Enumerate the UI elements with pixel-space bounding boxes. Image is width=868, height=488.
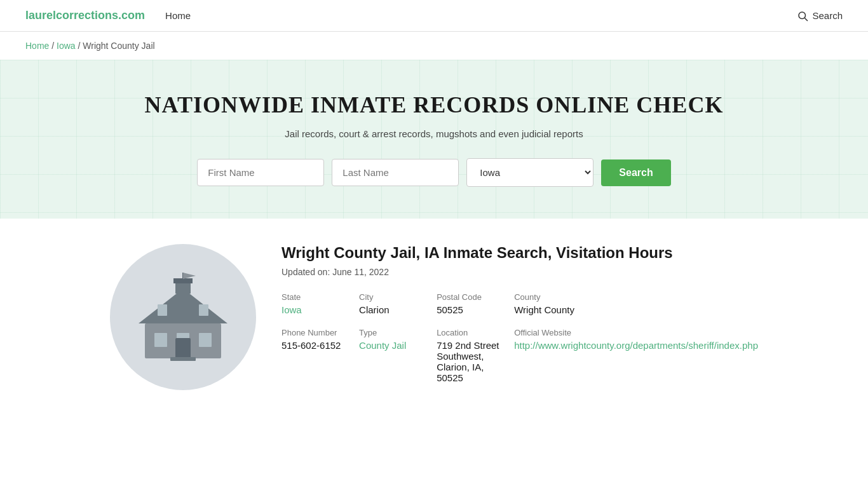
location-value: 719 2nd Street Southwest, Clarion, IA, 5… — [437, 340, 504, 383]
navbar-left: laurelcorrections.com Home — [25, 9, 191, 22]
type-value[interactable]: County Jail — [359, 340, 426, 351]
facility-type-cell: Type County Jail — [359, 328, 426, 383]
hero-subtitle: Jail records, court & arrest records, mu… — [13, 128, 855, 139]
state-label: State — [281, 292, 349, 302]
facility-city-cell: City Clarion — [359, 292, 426, 315]
facility-details-grid: State Iowa City Clarion Postal Code 5052… — [281, 292, 758, 383]
svg-rect-14 — [199, 304, 208, 316]
search-button[interactable]: Search — [797, 10, 843, 22]
breadcrumb-sep1: / — [51, 41, 57, 51]
type-label: Type — [359, 328, 426, 337]
search-form: Iowa Search — [13, 158, 855, 187]
search-submit-button[interactable]: Search — [601, 159, 670, 186]
svg-rect-8 — [154, 333, 167, 347]
breadcrumb-state[interactable]: Iowa — [57, 41, 76, 51]
search-label: Search — [812, 10, 843, 21]
hero-title: NATIONWIDE INMATE RECORDS ONLINE CHECK — [13, 92, 855, 118]
svg-marker-7 — [183, 273, 196, 279]
state-select[interactable]: Iowa — [466, 158, 593, 187]
phone-label: Phone Number — [281, 328, 349, 337]
svg-rect-12 — [170, 357, 196, 361]
postal-value: 50525 — [437, 304, 504, 315]
facility-image — [110, 244, 256, 390]
city-label: City — [359, 292, 426, 302]
phone-value: 515-602-6152 — [281, 340, 349, 351]
svg-line-1 — [805, 18, 808, 20]
website-label: Official Website — [514, 328, 758, 337]
website-anchor[interactable]: http://www.wrightcounty.org/departments/… — [514, 340, 758, 351]
facility-location-cell: Location 719 2nd Street Southwest, Clari… — [437, 328, 504, 383]
county-value: Wright County — [514, 304, 758, 315]
last-name-input[interactable] — [332, 159, 459, 186]
website-link[interactable]: http://www.wrightcounty.org/departments/… — [514, 340, 758, 351]
svg-point-0 — [799, 12, 806, 19]
navbar: laurelcorrections.com Home Search — [0, 0, 868, 32]
facility-title: Wright County Jail, IA Inmate Search, Vi… — [281, 244, 758, 262]
facility-state-cell: State Iowa — [281, 292, 349, 315]
svg-rect-4 — [175, 282, 191, 294]
svg-marker-3 — [139, 288, 227, 323]
facility-phone-cell: Phone Number 515-602-6152 — [281, 328, 349, 383]
brand-link[interactable]: laurelcorrections.com — [25, 9, 145, 22]
svg-rect-10 — [199, 333, 212, 347]
facility-updated: Updated on: June 11, 2022 — [281, 267, 758, 277]
facility-postal-cell: Postal Code 50525 — [437, 292, 504, 315]
location-label: Location — [437, 328, 504, 337]
city-value: Clarion — [359, 304, 426, 315]
facility-website-cell: Official Website http://www.wrightcounty… — [514, 328, 758, 383]
breadcrumb: Home / Iowa / Wright County Jail — [0, 32, 868, 60]
hero-banner: NATIONWIDE INMATE RECORDS ONLINE CHECK J… — [0, 60, 868, 219]
svg-rect-11 — [175, 338, 191, 358]
breadcrumb-current: Wright County Jail — [83, 41, 154, 51]
first-name-input[interactable] — [197, 159, 324, 186]
facility-info: Wright County Jail, IA Inmate Search, Vi… — [281, 244, 758, 383]
content-area: Wright County Jail, IA Inmate Search, Vi… — [85, 244, 783, 390]
home-link[interactable]: Home — [165, 10, 191, 21]
facility-icon — [132, 269, 234, 365]
search-icon — [797, 10, 808, 22]
county-label: County — [514, 292, 758, 302]
svg-rect-13 — [158, 304, 167, 316]
state-value[interactable]: Iowa — [281, 304, 349, 315]
breadcrumb-home[interactable]: Home — [25, 41, 49, 51]
facility-county-cell: County Wright County — [514, 292, 758, 315]
postal-label: Postal Code — [437, 292, 504, 302]
